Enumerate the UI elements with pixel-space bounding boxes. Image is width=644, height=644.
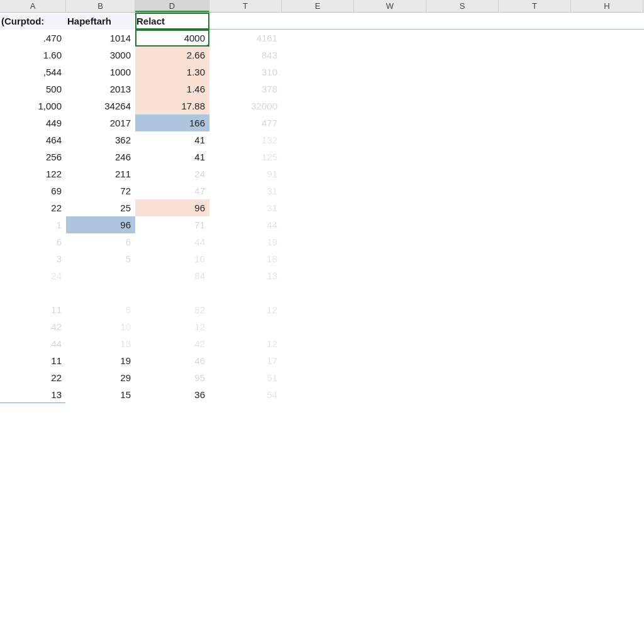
header-cell[interactable]	[209, 13, 282, 30]
cell[interactable]: 18	[209, 250, 282, 267]
column-header-a[interactable]: A	[0, 0, 66, 12]
cell[interactable]	[135, 284, 209, 301]
cell[interactable]: 41	[135, 131, 209, 148]
cell[interactable]: 29	[66, 369, 135, 386]
cell[interactable]: 1014	[66, 30, 135, 47]
cell[interactable]	[354, 267, 426, 284]
column-header-w[interactable]: W	[354, 0, 426, 12]
cell[interactable]	[426, 97, 499, 114]
cell[interactable]	[66, 284, 135, 301]
cell[interactable]	[282, 284, 354, 301]
cell[interactable]: 44	[209, 216, 282, 233]
cell[interactable]: 41	[135, 148, 209, 165]
cell[interactable]	[571, 318, 643, 335]
cell[interactable]: 500	[0, 80, 66, 97]
cell[interactable]: 72	[66, 182, 135, 199]
cell[interactable]	[571, 30, 643, 47]
cell[interactable]: 3000	[66, 47, 135, 64]
cell[interactable]: 12	[135, 318, 209, 335]
cell[interactable]: 1000	[66, 64, 135, 80]
cell[interactable]	[499, 64, 571, 80]
cell[interactable]	[354, 216, 426, 233]
cell[interactable]: 96	[135, 199, 209, 216]
cell[interactable]	[571, 131, 643, 148]
cell[interactable]: 449	[0, 114, 66, 131]
cell[interactable]: 12	[209, 335, 282, 352]
cell[interactable]	[571, 199, 643, 216]
cell[interactable]: 16	[135, 250, 209, 267]
cell[interactable]: 6	[66, 233, 135, 250]
cell[interactable]: 91	[209, 165, 282, 182]
cell[interactable]	[66, 267, 135, 284]
header-cell[interactable]	[354, 13, 426, 30]
header-cell[interactable]	[571, 13, 643, 30]
cell[interactable]	[354, 233, 426, 250]
cell[interactable]	[499, 335, 571, 352]
cell[interactable]	[426, 318, 499, 335]
header-cell[interactable]: Relact	[135, 13, 209, 30]
cell[interactable]: 2013	[66, 80, 135, 97]
cell[interactable]	[426, 64, 499, 80]
cell[interactable]	[426, 199, 499, 216]
cell[interactable]: 19	[66, 352, 135, 369]
cell[interactable]	[354, 352, 426, 369]
cell[interactable]	[0, 284, 66, 301]
cell[interactable]: 12	[209, 301, 282, 318]
cell[interactable]	[209, 318, 282, 335]
cell[interactable]	[354, 114, 426, 131]
cell[interactable]: 362	[66, 131, 135, 148]
cell[interactable]: 24	[0, 267, 66, 284]
header-cell[interactable]: (Curptod:	[0, 13, 66, 30]
cell[interactable]	[571, 386, 643, 403]
cell[interactable]: 82	[135, 301, 209, 318]
cell[interactable]: 44	[0, 335, 66, 352]
cell[interactable]	[426, 30, 499, 47]
cell[interactable]	[282, 301, 354, 318]
cell[interactable]: 36	[135, 386, 209, 403]
cell[interactable]	[282, 352, 354, 369]
cell[interactable]	[426, 250, 499, 267]
cell[interactable]: 84	[135, 267, 209, 284]
cell[interactable]	[499, 318, 571, 335]
cell[interactable]	[209, 284, 282, 301]
column-header-e[interactable]: E	[282, 0, 354, 12]
cell[interactable]	[499, 47, 571, 64]
cell[interactable]	[282, 80, 354, 97]
cell[interactable]: .470	[0, 30, 66, 47]
cell[interactable]	[282, 182, 354, 199]
cell[interactable]	[571, 233, 643, 250]
cell[interactable]	[426, 216, 499, 233]
cell[interactable]: 256	[0, 148, 66, 165]
cell[interactable]	[426, 386, 499, 403]
cell[interactable]	[426, 114, 499, 131]
cell[interactable]: 19	[209, 233, 282, 250]
cell[interactable]	[426, 233, 499, 250]
cell[interactable]: 22	[0, 199, 66, 216]
cell[interactable]	[426, 352, 499, 369]
cell[interactable]	[499, 250, 571, 267]
cell[interactable]	[282, 148, 354, 165]
cell[interactable]	[499, 216, 571, 233]
cell[interactable]: 15	[66, 386, 135, 403]
cell[interactable]	[426, 131, 499, 148]
cell[interactable]: 13	[66, 335, 135, 352]
cell[interactable]	[282, 318, 354, 335]
cell[interactable]	[426, 148, 499, 165]
cell[interactable]	[571, 250, 643, 267]
cell[interactable]: 2.66	[135, 47, 209, 64]
cell[interactable]	[354, 148, 426, 165]
cell[interactable]: 13	[209, 267, 282, 284]
cell[interactable]	[499, 386, 571, 403]
cell[interactable]	[571, 47, 643, 64]
cell[interactable]	[282, 335, 354, 352]
cell[interactable]	[282, 114, 354, 131]
cell[interactable]	[282, 64, 354, 80]
cell[interactable]: 32000	[209, 97, 282, 114]
cell[interactable]	[571, 64, 643, 80]
grid-body[interactable]: (Curptod:HapeftarhRelact.470101440004161…	[0, 13, 644, 403]
cell[interactable]	[426, 335, 499, 352]
cell[interactable]	[354, 131, 426, 148]
cell[interactable]	[499, 182, 571, 199]
cell[interactable]	[571, 369, 643, 386]
cell[interactable]: 1.46	[135, 80, 209, 97]
